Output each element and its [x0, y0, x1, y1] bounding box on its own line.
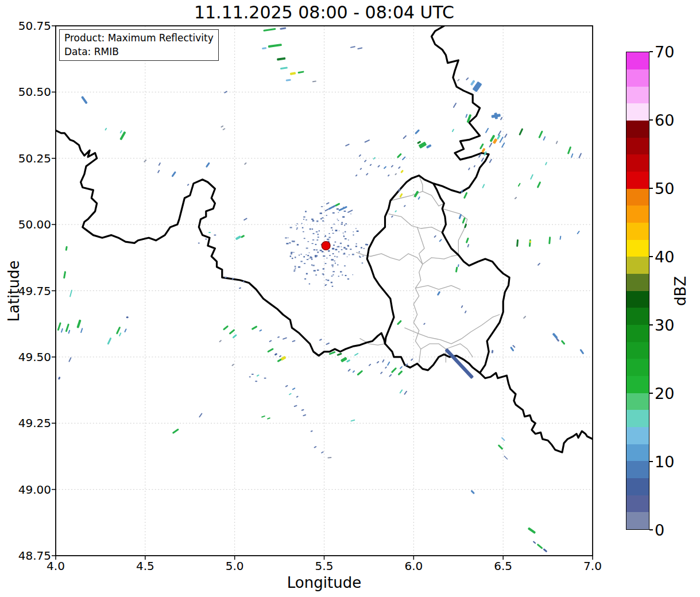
radar-echo	[268, 44, 282, 48]
radar-echo	[548, 237, 551, 244]
radar-echo	[577, 231, 580, 235]
radar-echo	[292, 340, 295, 342]
clutter-dot	[307, 241, 309, 242]
radar-echo	[105, 127, 107, 130]
colorbar-band	[626, 359, 649, 376]
clutter-dot	[343, 247, 345, 249]
clutter-dot	[304, 238, 305, 239]
clutter-dot	[331, 227, 332, 228]
clutter-dot	[323, 274, 324, 276]
clutter-dot	[310, 257, 311, 258]
radar-echo	[328, 204, 337, 210]
radar-echo	[516, 239, 519, 247]
radar-echo	[512, 345, 516, 348]
clutter-dot	[345, 238, 347, 239]
radar-echo	[489, 142, 492, 148]
clutter-dot	[307, 255, 309, 256]
clutter-dot	[325, 285, 326, 286]
clutter-dot	[323, 268, 324, 270]
clutter-dot	[311, 219, 314, 220]
colorbar-band	[626, 342, 649, 359]
clutter-dot	[349, 254, 350, 255]
radar-echo	[354, 352, 359, 356]
radar-echo	[397, 320, 402, 325]
radar-echo	[533, 541, 536, 544]
clutter-dot	[302, 227, 304, 228]
colorbar-tick-label: 10	[655, 453, 674, 471]
clutter-dot	[356, 243, 357, 245]
clutter-dot	[341, 222, 343, 223]
radar-echo	[158, 162, 161, 166]
clutter-dot	[293, 270, 295, 272]
radar-echo	[391, 215, 393, 218]
radar-echo	[498, 444, 504, 450]
clutter-dot	[352, 254, 354, 255]
radar-echo	[252, 374, 254, 375]
radar-echo	[221, 125, 223, 127]
clutter-dot	[316, 231, 318, 232]
radar-echo	[319, 339, 322, 341]
clutter-dot	[353, 235, 354, 236]
clutter-dot	[292, 258, 293, 259]
radar-echo	[326, 202, 330, 205]
clutter-dot	[326, 215, 327, 216]
clutter-dot	[359, 251, 360, 253]
clutter-dot	[343, 235, 345, 235]
x-axis-label: Longitude	[56, 574, 593, 591]
clutter-dot	[362, 256, 364, 257]
clutter-dot	[304, 278, 306, 280]
colorbar-band	[626, 376, 649, 393]
radar-echo	[124, 328, 127, 332]
clutter-dot	[303, 219, 304, 220]
radar-echo	[530, 174, 533, 180]
country-border	[480, 373, 593, 452]
clutter-dot	[289, 242, 291, 243]
radar-echo	[384, 166, 387, 169]
radar-echo	[466, 77, 469, 80]
x-tick-label: 6.0	[404, 559, 423, 573]
radar-echo	[439, 239, 442, 242]
radar-echo	[458, 214, 462, 219]
clutter-dot	[303, 256, 305, 257]
clutter-dot	[334, 256, 335, 257]
clutter-dot	[331, 282, 332, 284]
clutter-dot	[350, 214, 351, 214]
radar-echo	[264, 378, 266, 379]
annotation-box: Product: Maximum Reflectivity Data: RMIB	[59, 29, 219, 61]
colorbar-band	[626, 103, 649, 121]
radar-echo	[376, 361, 379, 364]
radar-echo	[437, 291, 441, 296]
clutter-dot	[295, 257, 296, 258]
radar-figure: 11.11.2025 08:00 - 08:04 UTC Product: Ma…	[0, 0, 700, 597]
clutter-dot	[331, 265, 334, 266]
radar-echo	[80, 328, 83, 333]
radar-echo	[68, 329, 70, 334]
radar-echo	[58, 377, 61, 380]
clutter-dot	[306, 247, 308, 249]
x-tick-label: 7.0	[583, 559, 602, 573]
radar-echo	[494, 113, 498, 119]
radar-echo	[397, 370, 403, 375]
colorbar-band	[626, 240, 649, 257]
colorbar-band	[626, 325, 649, 342]
radar-echo	[423, 323, 426, 325]
radar-echo	[280, 67, 288, 69]
colorbar-band	[626, 257, 649, 274]
clutter-dot	[335, 249, 338, 251]
clutter-dot	[316, 250, 318, 251]
clutter-dot	[339, 230, 339, 231]
clutter-dot	[321, 206, 323, 207]
radar-echo	[561, 340, 566, 345]
radar-echo	[382, 359, 385, 363]
radar-echo	[239, 287, 241, 289]
clutter-dot	[319, 230, 320, 231]
radar-echo	[107, 338, 111, 345]
radar-echo	[267, 417, 270, 420]
clutter-dot	[290, 227, 292, 228]
colorbar-band	[626, 393, 649, 410]
clutter-dot	[305, 254, 307, 255]
y-tick-label: 50.25	[10, 152, 51, 165]
clutter-dot	[331, 276, 333, 277]
radar-echo	[402, 156, 406, 160]
radar-echo	[389, 374, 392, 377]
